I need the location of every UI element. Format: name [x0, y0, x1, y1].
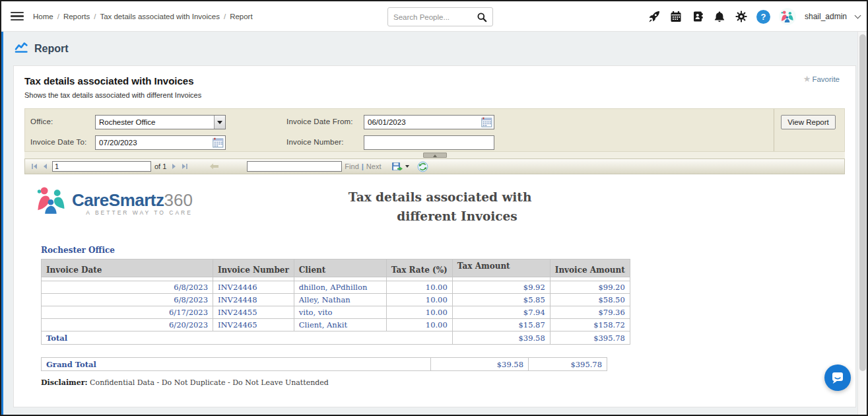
favorite-label: Favorite	[812, 75, 840, 83]
cell-invoice-number: INV24455	[213, 306, 294, 319]
cell-tax-rate: 10.00	[386, 281, 452, 294]
content-area: Report Tax details associated with Invoi…	[1, 32, 867, 415]
invoice-number-input[interactable]	[364, 136, 494, 149]
rendered-report-title-line1: Tax details associated with	[288, 188, 592, 207]
logo-suffix: 360	[164, 190, 193, 210]
logo-brand: CareSmartz	[72, 190, 164, 210]
search-icon[interactable]	[477, 12, 487, 22]
total-label: Total	[42, 331, 453, 345]
breadcrumb-home[interactable]: Home	[33, 13, 53, 20]
topbar-actions: ? shail_admin	[648, 1, 860, 32]
breadcrumb-reports[interactable]: Reports	[63, 13, 90, 20]
cell-tax-amount: $15.87	[452, 319, 550, 331]
disclaimer-text: Confidential Data - Do Not Duplicate - D…	[90, 378, 329, 387]
breadcrumb-tax-details[interactable]: Tax details associated with Invoices	[100, 13, 220, 20]
disclaimer-label: Disclaimer:	[41, 378, 88, 387]
total-invoice-amount: $395.78	[550, 331, 630, 345]
find-text-input[interactable]	[247, 161, 342, 172]
breadcrumb-separator: /	[94, 13, 96, 20]
page-number-input[interactable]	[52, 161, 151, 172]
table-row: 6/17/2023 INV24455 vito, vito 10.00 $7.9…	[42, 306, 630, 319]
office-select-value: Rochester Office	[96, 118, 214, 126]
scrollbar-thumb[interactable]	[859, 34, 866, 371]
favorite-button[interactable]: ★ Favorite	[803, 74, 840, 84]
page-count-label: of 1	[154, 162, 166, 170]
contacts-icon[interactable]	[691, 10, 704, 23]
report-subtitle: Shows the tax details associated with di…	[24, 91, 845, 99]
back-to-parent-icon[interactable]	[209, 162, 220, 171]
refresh-icon[interactable]	[417, 161, 428, 172]
col-invoice-number: Invoice Number	[213, 260, 294, 277]
grand-total-label: Grand Total	[42, 358, 431, 371]
select-dropdown-arrow-icon[interactable]	[214, 116, 225, 129]
breadcrumb-report-current: Report	[230, 13, 253, 20]
breadcrumb-separator: /	[57, 13, 59, 20]
col-invoice-date: Invoice Date	[42, 260, 213, 277]
first-page-icon[interactable]	[29, 161, 40, 172]
cell-invoice-amount: $99.20	[550, 281, 630, 294]
hamburger-menu-icon[interactable]	[11, 12, 24, 21]
accent-strip	[1, 32, 3, 415]
chat-launcher-button[interactable]	[824, 364, 851, 391]
col-tax-rate: Tax Rate (%)	[386, 260, 452, 277]
chat-bubble-icon	[830, 370, 846, 386]
find-next-link[interactable]: Next	[366, 162, 382, 170]
calendar-icon[interactable]	[669, 10, 683, 23]
report-chart-icon	[15, 41, 28, 56]
find-next-separator: |	[362, 162, 364, 170]
notifications-bell-icon[interactable]	[713, 10, 726, 23]
splitter-collapse-handle[interactable]	[423, 153, 447, 158]
calendar-picker-icon[interactable]	[213, 137, 224, 148]
cell-invoice-number: INV24446	[213, 281, 294, 294]
grand-total-invoice-amount: $395.78	[529, 358, 607, 371]
invoice-date-from-label: Invoice Date From:	[286, 118, 353, 125]
page-header: Report	[1, 32, 867, 56]
report-parameters-panel: Office: Rochester Office Invoice Date Fr…	[24, 108, 845, 152]
report-title: Tax details associated with Invoices	[24, 75, 845, 87]
invoice-number-field	[364, 135, 494, 150]
invoice-date-from-input[interactable]	[364, 116, 494, 129]
report-card: Tax details associated with Invoices Sho…	[13, 65, 856, 407]
grand-total-row: Grand Total $39.58 $395.78	[42, 358, 607, 371]
rocket-icon[interactable]	[648, 10, 661, 23]
export-dropdown-caret-icon[interactable]	[405, 165, 409, 168]
invoice-date-to-input[interactable]	[96, 136, 225, 149]
tax-details-table: Invoice Date Invoice Number Client Tax R…	[41, 259, 630, 345]
total-row: Total $39.58 $395.78	[42, 331, 630, 345]
export-button[interactable]	[391, 162, 409, 172]
last-page-icon[interactable]	[180, 161, 190, 172]
username-label[interactable]: shail_admin	[805, 12, 847, 21]
office-select[interactable]: Rochester Office	[95, 115, 226, 129]
rendered-report-title-line2: different Invoices	[288, 207, 592, 226]
cell-invoice-amount: $79.36	[550, 306, 630, 319]
people-search	[387, 7, 493, 26]
next-page-icon[interactable]	[169, 161, 180, 172]
cell-invoice-date: 6/8/2023	[42, 294, 213, 306]
calendar-picker-icon[interactable]	[481, 117, 492, 127]
cell-invoice-date: 6/20/2023	[42, 319, 213, 331]
cell-client: Client, Ankit	[294, 319, 386, 331]
find-link[interactable]: Find	[345, 162, 358, 170]
help-icon[interactable]: ?	[756, 10, 770, 24]
topbar: Home / Reports / Tax details associated …	[1, 1, 867, 32]
table-row: 6/20/2023 INV24465 Client, Ankit 10.00 $…	[42, 319, 630, 331]
view-report-button[interactable]: View Report	[781, 115, 836, 129]
search-input[interactable]	[393, 13, 477, 21]
report-render-area: CareSmartz360 A BETTER WAY TO CARE Tax d…	[24, 174, 845, 387]
report-head: CareSmartz360 A BETTER WAY TO CARE Tax d…	[35, 181, 845, 244]
invoice-number-label: Invoice Number:	[286, 138, 344, 146]
col-invoice-amount: Invoice Amount	[550, 260, 630, 277]
cell-tax-amount: $9.92	[452, 281, 550, 294]
table-header-row: Invoice Date Invoice Number Client Tax R…	[42, 260, 630, 277]
logo-tagline: A BETTER WAY TO CARE	[72, 209, 193, 216]
chevron-down-icon[interactable]	[855, 13, 861, 19]
cell-invoice-amount: $58.50	[550, 294, 630, 306]
rendered-report-title: Tax details associated with different In…	[288, 188, 592, 226]
previous-page-icon[interactable]	[40, 161, 50, 172]
filter-divider	[774, 109, 774, 151]
avatar[interactable]	[779, 8, 796, 25]
report-viewer-toolbar: of 1 Find | Next	[24, 158, 845, 174]
cell-invoice-number: INV24448	[213, 294, 294, 306]
cell-client: vito, vito	[294, 306, 386, 319]
settings-gear-icon[interactable]	[735, 10, 748, 23]
